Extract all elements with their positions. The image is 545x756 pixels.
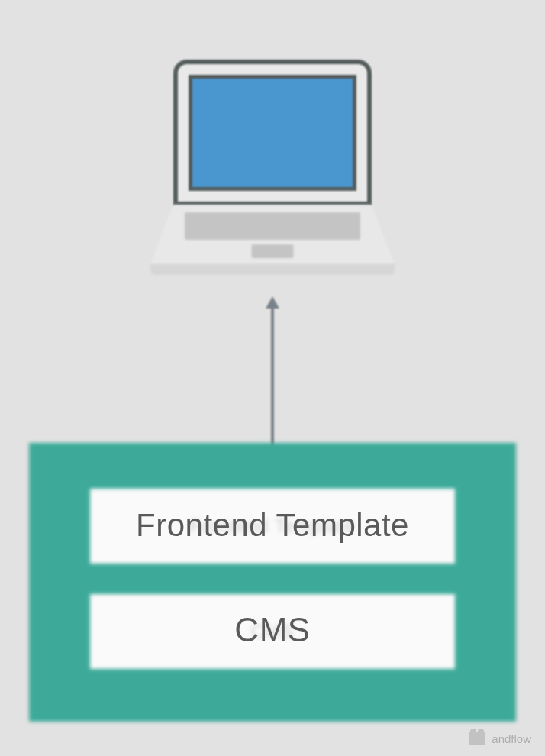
cms-label: CMS	[0, 611, 545, 649]
laptop-base	[150, 205, 395, 264]
watermark: andflow	[469, 732, 531, 745]
laptop-icon	[150, 60, 395, 275]
laptop-keyboard	[185, 212, 360, 240]
diagram-canvas: Frontend Template CMS Frontend Template …	[0, 0, 545, 756]
laptop-trackpad	[252, 244, 294, 258]
watermark-text: andflow	[492, 732, 531, 745]
laptop-lid	[173, 60, 372, 206]
server-container: Frontend Template CMS	[29, 443, 516, 722]
wechat-icon	[469, 732, 485, 745]
laptop-front-edge	[150, 264, 395, 275]
laptop-screen	[189, 75, 356, 191]
frontend-template-label: Frontend Template	[0, 507, 545, 544]
